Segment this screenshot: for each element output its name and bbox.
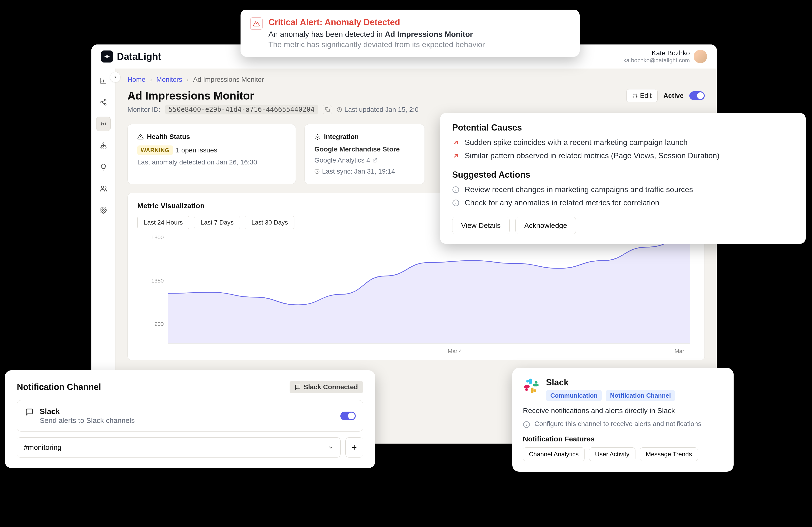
potential-causes-heading: Potential Causes [452, 122, 794, 133]
edit-button[interactable]: Edit [626, 89, 657, 102]
channel-selected: #monitoring [24, 443, 61, 452]
alert-line-1: An anomaly has been detected in Ad Impre… [269, 30, 485, 39]
feature-chip: Message Trends [640, 448, 698, 461]
brand-logo [101, 50, 113, 62]
svg-point-5 [101, 147, 102, 148]
monitor-id: 550e8400-e29b-41d4-a716-446655440204 [165, 105, 318, 115]
cause-item: Similar pattern observed in related metr… [452, 151, 794, 160]
slack-logo-icon [523, 378, 540, 394]
health-issues: 1 open issues [176, 146, 217, 154]
tag-notification-channel: Notification Channel [606, 390, 675, 401]
slack-enabled-toggle[interactable] [340, 412, 356, 420]
channel-select[interactable]: #monitoring [17, 437, 340, 457]
action-item: Check for any anomalies in related metri… [452, 198, 794, 207]
feature-chip: User Activity [589, 448, 636, 461]
svg-rect-46 [524, 385, 530, 388]
svg-point-6 [103, 147, 104, 148]
svg-text:1800: 1800 [151, 235, 164, 240]
alert-title: Critical Alert: Anomaly Detected [269, 17, 485, 27]
feature-chip: Channel Analytics [523, 448, 585, 461]
message-icon [295, 384, 301, 390]
sidebar-item-users[interactable] [96, 181, 111, 196]
svg-line-36 [454, 154, 458, 157]
monitor-id-row: Monitor ID: 550e8400-e29b-41d4-a716-4466… [128, 105, 419, 115]
slack-connected-chip: Slack Connected [290, 381, 363, 393]
gear-icon [314, 134, 321, 140]
slack-config-hint: Configure this channel to receive alerts… [523, 420, 723, 428]
sidebar-item-monitors[interactable] [96, 117, 111, 131]
svg-text:Mar: Mar [675, 348, 684, 354]
sidebar-item-settings[interactable] [96, 203, 111, 218]
svg-line-24 [375, 159, 377, 161]
slack-detail-desc: Receive notifications and alerts directl… [523, 407, 723, 415]
range-24h[interactable]: Last 24 Hours [137, 216, 189, 229]
brand: DataLight [101, 50, 161, 62]
svg-point-50 [525, 388, 528, 391]
svg-point-3 [103, 123, 104, 125]
tag-communication: Communication [546, 390, 602, 401]
range-30d[interactable]: Last 30 Days [245, 216, 294, 229]
svg-rect-10 [327, 109, 329, 112]
svg-point-8 [101, 186, 104, 189]
health-status-card: Health Status WARNING 1 open issues Last… [128, 124, 296, 184]
clock-icon [337, 107, 342, 112]
monitor-id-label: Monitor ID: [128, 106, 160, 114]
chevron-down-icon [328, 444, 334, 450]
chevron-right-icon: › [186, 76, 189, 84]
svg-rect-44 [533, 384, 538, 386]
sidebar-item-tree[interactable] [96, 138, 111, 153]
integration-name: Google Merchandise Store [314, 145, 415, 153]
acknowledge-button[interactable]: Acknowledge [516, 217, 576, 234]
svg-point-2 [104, 103, 106, 105]
alert-triangle-icon [250, 17, 263, 30]
arrow-up-right-icon [452, 139, 460, 146]
external-link-icon [373, 158, 377, 163]
clock-icon [314, 169, 320, 174]
range-7d[interactable]: Last 7 Days [194, 216, 240, 229]
slack-channel-box: Slack Send alerts to Slack channels [17, 400, 363, 431]
svg-rect-45 [531, 387, 534, 393]
slack-desc: Send alerts to Slack channels [40, 416, 135, 425]
features-heading: Notification Features [523, 435, 723, 443]
integration-title: Integration [324, 133, 359, 141]
svg-point-48 [535, 381, 538, 384]
sidebar-item-share[interactable] [96, 95, 111, 109]
warning-triangle-icon [137, 134, 144, 140]
edit-label: Edit [640, 92, 652, 100]
add-channel-button[interactable]: + [345, 437, 363, 457]
chart: 18001350900Mar 4Mar [137, 235, 695, 355]
action-item: Review recent changes in marketing campa… [452, 185, 794, 194]
brand-name: DataLight [117, 51, 161, 62]
suggested-actions-heading: Suggested Actions [452, 170, 794, 180]
svg-point-47 [526, 380, 529, 382]
health-last-anomaly: Last anomaly detected on Jan 26, 16:30 [137, 158, 286, 166]
cause-item: Sudden spike coincides with a recent mar… [452, 138, 794, 147]
view-details-button[interactable]: View Details [452, 217, 510, 234]
page-actions: Edit Active [626, 89, 705, 102]
slack-name: Slack [40, 407, 135, 416]
svg-point-4 [103, 143, 104, 144]
avatar[interactable] [694, 50, 707, 63]
crumb-home[interactable]: Home [128, 76, 146, 84]
slack-detail-title: Slack [546, 378, 675, 387]
user-block[interactable]: Kate Bozhko ka.bozhko@datalight.com [623, 49, 707, 64]
svg-text:Mar 4: Mar 4 [448, 348, 462, 354]
integration-last-sync: Last sync: Jan 31, 19:14 [322, 167, 395, 175]
crumb-monitors[interactable]: Monitors [156, 76, 182, 84]
svg-text:1350: 1350 [151, 278, 164, 284]
svg-line-35 [454, 141, 458, 144]
sidebar-item-dashboard[interactable] [96, 73, 111, 88]
svg-point-7 [105, 147, 106, 148]
sidebar-collapse-button[interactable] [110, 72, 120, 83]
causes-actions-card: Potential Causes Sudden spike coincides … [440, 113, 806, 244]
copy-button[interactable] [323, 105, 332, 114]
sidebar-item-insights[interactable] [96, 160, 111, 174]
svg-point-49 [534, 389, 536, 392]
svg-point-23 [317, 136, 318, 138]
crumb-current: Ad Impressions Monitor [193, 76, 264, 84]
integration-source[interactable]: Google Analytics 4 [314, 157, 377, 164]
svg-point-1 [101, 101, 102, 103]
active-toggle[interactable] [689, 91, 705, 100]
active-label: Active [663, 92, 684, 100]
arrow-up-right-icon [452, 152, 460, 159]
